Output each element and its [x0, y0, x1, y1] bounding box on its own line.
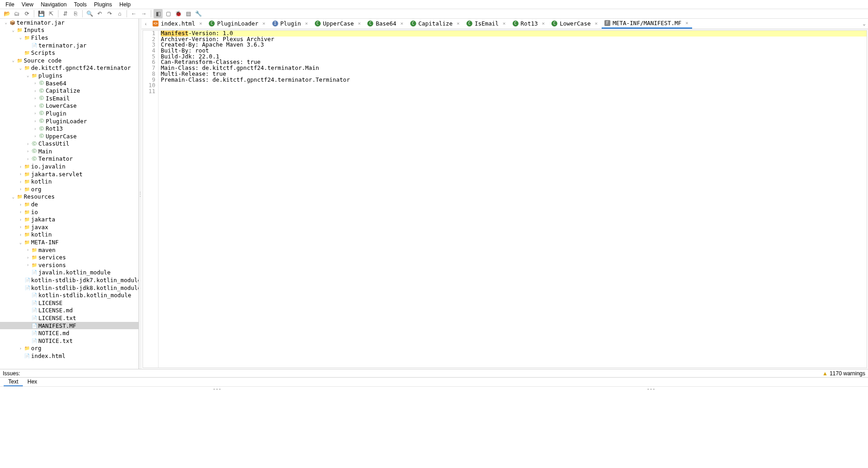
- editor-tab[interactable]: CLowerCase×: [549, 19, 602, 29]
- close-icon[interactable]: ×: [304, 21, 309, 26]
- expand-icon[interactable]: ›: [17, 179, 24, 184]
- expand-icon[interactable]: ›: [32, 96, 38, 100]
- tree-item[interactable]: ›ⒸLowerCase: [0, 102, 138, 110]
- menu-help[interactable]: Help: [116, 0, 134, 9]
- expand-icon[interactable]: ›: [25, 157, 31, 161]
- tree-item[interactable]: ›📁versions: [0, 261, 138, 269]
- editor-tab[interactable]: IPlugin×: [270, 19, 312, 29]
- tree-item[interactable]: ›ⒸUpperCase: [0, 132, 138, 140]
- collapse-icon[interactable]: ⌄: [10, 195, 16, 199]
- tree-item[interactable]: 📄terminator.jar: [0, 42, 138, 49]
- expand-icon[interactable]: ›: [25, 149, 31, 153]
- expand-icon[interactable]: ›: [25, 263, 31, 267]
- expand-icon[interactable]: ›: [17, 217, 24, 222]
- expand-icon[interactable]: ›: [32, 104, 38, 108]
- export-icon[interactable]: ⇱: [47, 9, 56, 18]
- tree-item[interactable]: ›📁org: [0, 185, 138, 193]
- warnings-count[interactable]: 1170 warnings: [830, 370, 865, 377]
- code-line[interactable]: Premain-Class: de.kitctf.gpnctf24.termin…: [161, 77, 867, 83]
- tree-item[interactable]: ⌄📁Source code: [0, 57, 138, 64]
- close-icon[interactable]: ×: [502, 21, 507, 26]
- tree-item[interactable]: 📄LICENSE: [0, 299, 138, 307]
- open-project-icon[interactable]: 🗂: [12, 9, 21, 18]
- expand-icon[interactable]: ›: [25, 255, 31, 260]
- tree-item[interactable]: ›📁services: [0, 253, 138, 261]
- expand-icon[interactable]: ›: [25, 142, 31, 146]
- editor-tab[interactable]: FMETA-INF/MANIFEST.MF×: [602, 19, 693, 29]
- expand-icon[interactable]: ›: [17, 187, 24, 191]
- tree-item[interactable]: ›ⒸIsEmail: [0, 95, 138, 102]
- menu-tools[interactable]: Tools: [70, 0, 90, 9]
- code-line[interactable]: [161, 83, 867, 89]
- view-tab-text[interactable]: Text: [4, 379, 23, 385]
- tree-item[interactable]: 📄LICENSE.txt: [0, 314, 138, 322]
- expand-icon[interactable]: ›: [25, 247, 31, 252]
- tree-item[interactable]: ›📁javax: [0, 223, 138, 231]
- deobfuscate-icon[interactable]: ⇵: [61, 9, 70, 18]
- close-icon[interactable]: ×: [261, 21, 267, 26]
- code-line[interactable]: Main-Class: de.kitctf.gpnctf24.terminato…: [161, 65, 867, 71]
- tree-item[interactable]: 📄LICENSE.md: [0, 307, 138, 315]
- back-search-icon[interactable]: ↶: [95, 9, 104, 18]
- expand-icon[interactable]: ›: [32, 111, 38, 116]
- tree-item[interactable]: ⌄📁Files: [0, 34, 138, 42]
- settings-icon[interactable]: ▤: [184, 9, 193, 18]
- tree-item[interactable]: ⌄📁de.kitctf.gpnctf24.terminator: [0, 64, 138, 72]
- project-tree[interactable]: ⌄📦terminator.jar⌄📁Inputs⌄📁Files📄terminat…: [0, 19, 139, 369]
- editor-tab[interactable]: CBase64×: [365, 19, 407, 29]
- drag-handle-icon[interactable]: • • •: [434, 387, 868, 392]
- code-line[interactable]: Archiver-Version: Plexus Archiver: [161, 37, 867, 42]
- expand-icon[interactable]: ›: [17, 232, 24, 237]
- tree-item[interactable]: ›📁kotlin: [0, 231, 138, 239]
- code-line[interactable]: Created-By: Apache Maven 3.6.3: [161, 42, 867, 48]
- tree-item[interactable]: 📄kotlin-stdlib.kotlin_module: [0, 291, 138, 299]
- tree-item[interactable]: 📁Scripts: [0, 49, 138, 57]
- code-editor[interactable]: 1234567891011 Manifest-Version: 1.0Archi…: [143, 30, 867, 368]
- menu-view[interactable]: View: [18, 0, 37, 9]
- tree-item[interactable]: ›ⒸBase64: [0, 79, 138, 87]
- forward-search-icon[interactable]: ↷: [105, 9, 114, 18]
- menu-navigation[interactable]: Navigation: [37, 0, 70, 9]
- close-icon[interactable]: ×: [540, 21, 546, 26]
- tree-item[interactable]: 📄kotlin-stdlib-jdk7.kotlin_module: [0, 276, 138, 284]
- tree-item[interactable]: ›📁io: [0, 208, 138, 216]
- editor-tab[interactable]: CCapitalize×: [408, 19, 464, 29]
- tree-item[interactable]: ›📁de: [0, 200, 138, 208]
- editor-tab[interactable]: CPluginLoader×: [206, 19, 269, 29]
- tree-item[interactable]: ⌄📁Resources: [0, 193, 138, 201]
- collapse-icon[interactable]: ⌄: [17, 240, 24, 245]
- issues-bar[interactable]: Issues: ▲ 1170 warnings: [0, 369, 868, 377]
- close-icon[interactable]: ×: [455, 21, 461, 26]
- expand-icon[interactable]: ›: [17, 164, 24, 169]
- open-icon[interactable]: 📂: [2, 9, 11, 18]
- tree-item[interactable]: 📄javalin.kotlin_module: [0, 269, 138, 277]
- tree-item[interactable]: ⌄📁META-INF: [0, 238, 138, 246]
- code-content[interactable]: Manifest-Version: 1.0Archiver-Version: P…: [159, 31, 867, 368]
- nav-back-icon[interactable]: ←: [129, 9, 138, 18]
- editor-tab[interactable]: CRot13×: [510, 19, 549, 29]
- smali-icon[interactable]: ◧: [153, 9, 163, 18]
- collapse-icon[interactable]: ⌄: [17, 35, 24, 40]
- drag-handle-icon[interactable]: • • •: [0, 387, 434, 392]
- collapse-icon[interactable]: ⌄: [3, 20, 9, 25]
- close-icon[interactable]: ×: [198, 21, 203, 26]
- expand-icon[interactable]: ›: [17, 346, 24, 351]
- menu-plugins[interactable]: Plugins: [90, 0, 116, 9]
- collapse-icon[interactable]: ⌄: [10, 58, 16, 63]
- tree-item[interactable]: ›ⒸPluginLoader: [0, 117, 138, 125]
- close-icon[interactable]: ×: [356, 21, 362, 26]
- tree-item[interactable]: ›ⒸCapitalize: [0, 87, 138, 95]
- expand-icon[interactable]: ›: [17, 202, 24, 207]
- collapse-icon[interactable]: ⌄: [17, 66, 24, 70]
- editor-tab[interactable]: CIsEmail×: [464, 19, 510, 29]
- save-icon[interactable]: 💾: [37, 9, 46, 18]
- tree-item[interactable]: ›ⒸPlugin: [0, 110, 138, 117]
- collapse-icon[interactable]: ⌄: [10, 28, 16, 32]
- collapse-icon[interactable]: ⌄: [25, 73, 31, 78]
- tree-item[interactable]: ›ⒸRot13: [0, 125, 138, 132]
- expand-icon[interactable]: ›: [32, 89, 38, 93]
- expand-icon[interactable]: ›: [32, 134, 38, 138]
- tree-item[interactable]: 📄MANIFEST.MF: [0, 322, 138, 330]
- code-line[interactable]: [161, 89, 867, 95]
- expand-icon[interactable]: ›: [32, 81, 38, 85]
